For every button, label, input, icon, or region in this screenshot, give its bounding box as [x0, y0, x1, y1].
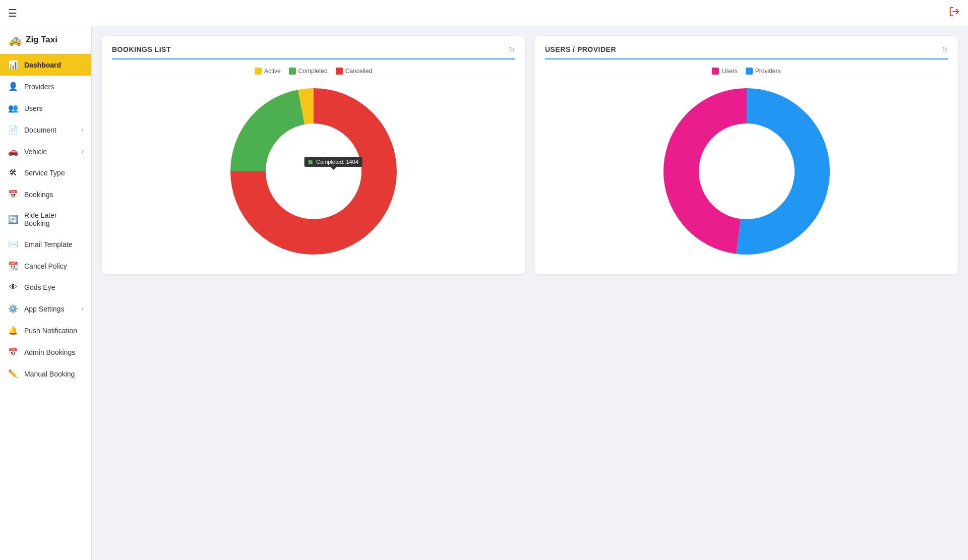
expand-arrow-icon: ›	[81, 305, 83, 313]
legend-label: Active	[264, 68, 281, 75]
legend-item: Providers	[746, 68, 781, 75]
sidebar-item-label: Push Notification	[24, 327, 77, 335]
sidebar-item-bookings[interactable]: 📅 Bookings	[0, 183, 91, 205]
bookings-legend: Active Completed Cancelled	[112, 68, 515, 75]
dashboard-icon: 📊	[8, 60, 18, 70]
sidebar-item-label: Ride Later Booking	[24, 211, 83, 227]
sidebar-item-label: Providers	[24, 83, 54, 91]
legend-label: Completed	[298, 68, 328, 75]
legend-color	[336, 68, 343, 75]
users-donut-container	[545, 81, 948, 262]
expand-arrow-icon: ›	[81, 127, 83, 134]
document-icon: 📄	[8, 125, 18, 135]
sidebar-item-label: App Settings	[24, 305, 64, 313]
main-content: BOOKINGS LIST ↻ Active Completed Cancell…	[92, 26, 968, 560]
donut-segment	[248, 107, 301, 171]
sidebar-item-label: Bookings	[24, 191, 53, 199]
sidebar-item-providers[interactable]: 👤 Providers	[0, 76, 91, 97]
sidebar-item-vehicle[interactable]: 🚗 Vehicle ›	[0, 141, 91, 162]
sidebar-item-manual-booking[interactable]: ✏️ Manual Booking	[0, 363, 91, 385]
sidebar-item-admin-bookings[interactable]: 📅 Admin Bookings	[0, 341, 91, 363]
sidebar-item-users[interactable]: 👥 Users	[0, 97, 91, 119]
donut-segment	[681, 106, 746, 236]
sidebar-item-label: Dashboard	[24, 61, 61, 69]
service-type-icon: 🛠	[8, 168, 18, 177]
legend-item: Completed	[289, 68, 328, 75]
donut-segment	[301, 106, 313, 107]
legend-item: Users	[712, 68, 737, 75]
users-chart-title: USERS / PROVIDER	[545, 45, 616, 53]
sidebar-item-label: Email Template	[24, 240, 72, 248]
sidebar-item-email-template[interactable]: ✉️ Email Template	[0, 233, 91, 255]
app-settings-icon: ⚙️	[8, 304, 18, 314]
sidebar-item-label: Cancel Policy	[24, 262, 67, 270]
app-title[interactable]: Zig Taxi	[26, 35, 57, 45]
sidebar-item-service-type[interactable]: 🛠 Service Type	[0, 162, 91, 183]
legend-color	[289, 68, 296, 75]
legend-label: Providers	[755, 68, 781, 75]
vehicle-icon: 🚗	[8, 147, 18, 156]
sidebar-item-push-notification[interactable]: 🔔 Push Notification	[0, 320, 91, 341]
cancel-policy-icon: 📆	[8, 261, 18, 271]
ride-later-icon: 🔄	[8, 215, 18, 224]
legend-color	[746, 68, 753, 75]
sidebar-item-gods-eye[interactable]: 👁 Gods Eye	[0, 277, 91, 298]
sidebar-item-ride-later[interactable]: 🔄 Ride Later Booking	[0, 205, 91, 233]
sidebar-item-label: Gods Eye	[24, 283, 55, 291]
sidebar-item-document[interactable]: 📄 Document ›	[0, 119, 91, 141]
providers-icon: 👤	[8, 82, 18, 91]
email-template-icon: ✉️	[8, 239, 18, 249]
admin-bookings-icon: 📅	[8, 347, 18, 357]
legend-label: Users	[721, 68, 737, 75]
users-legend: Users Providers	[545, 68, 948, 75]
sidebar-item-dashboard[interactable]: 📊 Dashboard	[0, 54, 91, 76]
bookings-donut-container: Completed: 1404	[112, 81, 515, 262]
bookings-refresh-icon[interactable]: ↻	[509, 45, 515, 53]
donut-segment	[738, 106, 812, 237]
users-icon: 👥	[8, 103, 18, 113]
hamburger-icon[interactable]: ☰	[8, 7, 17, 19]
manual-booking-icon: ✏️	[8, 369, 18, 379]
sidebar-header: 🚕 Zig Taxi	[0, 26, 91, 54]
sidebar-item-cancel-policy[interactable]: 📆 Cancel Policy	[0, 255, 91, 277]
sidebar-item-label: Users	[24, 104, 43, 112]
sidebar-item-label: Service Type	[24, 169, 65, 177]
sidebar-item-label: Manual Booking	[24, 370, 75, 378]
bookings-chart-card: BOOKINGS LIST ↻ Active Completed Cancell…	[102, 36, 525, 274]
sidebar-nav: 📊 Dashboard 👤 Providers 👥 Users 📄 Docume…	[0, 54, 91, 385]
sidebar-item-label: Document	[24, 126, 56, 134]
expand-arrow-icon: ›	[81, 148, 83, 155]
legend-color	[712, 68, 719, 75]
users-refresh-icon[interactable]: ↻	[942, 45, 948, 53]
logout-icon[interactable]	[949, 6, 960, 20]
users-chart-card: USERS / PROVIDER ↻ Users Providers	[535, 36, 958, 274]
push-notification-icon: 🔔	[8, 326, 18, 335]
bookings-chart-title: BOOKINGS LIST	[112, 45, 171, 53]
gods-eye-icon: 👁	[8, 283, 18, 292]
legend-item: Cancelled	[336, 68, 372, 75]
bookings-icon: 📅	[8, 190, 18, 199]
legend-color	[255, 68, 262, 75]
legend-label: Cancelled	[345, 68, 372, 75]
sidebar-item-label: Admin Bookings	[24, 348, 75, 356]
legend-item: Active	[255, 68, 281, 75]
sidebar-item-label: Vehicle	[24, 148, 47, 156]
sidebar-item-app-settings[interactable]: ⚙️ App Settings ›	[0, 298, 91, 320]
app-logo: 🚕	[8, 33, 22, 46]
